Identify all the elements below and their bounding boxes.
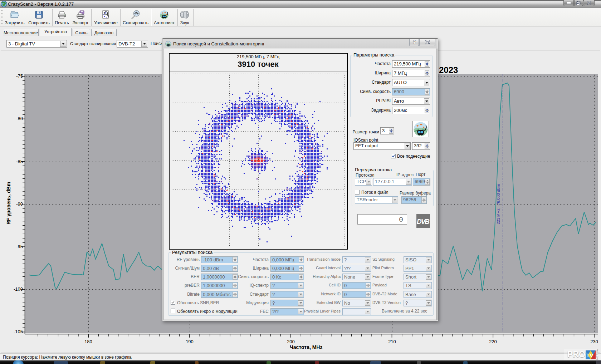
svg-text:TV: TV (586, 352, 593, 358)
svg-text:221 MHz; -76.000 dBm: 221 MHz; -76.000 dBm (496, 184, 500, 224)
svg-text:DVB: DVB (417, 218, 430, 225)
